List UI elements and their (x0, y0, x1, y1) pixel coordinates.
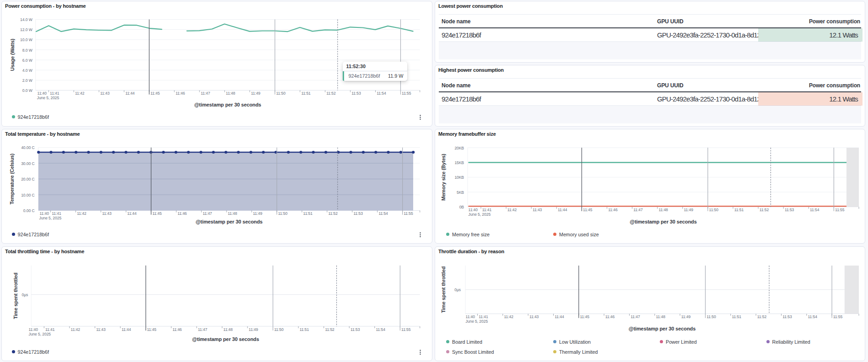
svg-text:11:42: 11:42 (71, 327, 81, 332)
svg-text:@timestamp per 30 seconds: @timestamp per 30 seconds (192, 336, 259, 342)
svg-text:11:44: 11:44 (555, 314, 564, 319)
svg-text:11:47: 11:47 (631, 314, 640, 319)
svg-text:11:44: 11:44 (125, 91, 135, 96)
svg-text:11:43: 11:43 (529, 314, 539, 319)
svg-text:11:43: 11:43 (96, 327, 106, 332)
svg-text:11:51: 11:51 (303, 211, 313, 216)
svg-text:11:46: 11:46 (178, 211, 187, 216)
svg-text:11:48: 11:48 (228, 211, 237, 216)
svg-text:@timestamp per 30 seconds: @timestamp per 30 seconds (194, 102, 261, 107)
svg-text:11:47: 11:47 (633, 208, 643, 212)
svg-text:11:40: 11:40 (40, 211, 49, 216)
svg-text:11:51: 11:51 (300, 327, 309, 332)
svg-text:11:49: 11:49 (249, 327, 259, 332)
svg-text:11:46: 11:46 (176, 91, 185, 96)
svg-text:11:49: 11:49 (684, 208, 694, 212)
svg-text:11:52: 11:52 (326, 91, 336, 96)
svg-text:11:49: 11:49 (253, 211, 263, 216)
svg-text:11:52: 11:52 (757, 314, 767, 319)
svg-text:11:42: 11:42 (77, 211, 86, 216)
svg-text:11:42: 11:42 (75, 91, 85, 96)
svg-text:11:45: 11:45 (580, 314, 590, 319)
svg-text:11:54: 11:54 (377, 91, 386, 96)
svg-text:11:54: 11:54 (376, 327, 386, 332)
svg-text:11:52: 11:52 (325, 327, 334, 332)
svg-text:11:41: 11:41 (45, 327, 55, 332)
svg-text:Time spent throttled: Time spent throttled (13, 273, 19, 319)
svg-text:June 5, 2025: June 5, 2025 (29, 332, 51, 336)
svg-text:11:47: 11:47 (201, 91, 210, 96)
svg-text:@timestamp per 30 seconds: @timestamp per 30 seconds (630, 219, 696, 224)
svg-text:11:54: 11:54 (378, 211, 388, 216)
svg-text:11:43: 11:43 (533, 208, 542, 212)
svg-text:11:40: 11:40 (29, 327, 38, 332)
svg-text:11:41: 11:41 (479, 314, 488, 319)
svg-text:11:52: 11:52 (760, 208, 769, 212)
svg-text:11:46: 11:46 (173, 327, 182, 332)
svg-text:11:53: 11:53 (350, 327, 360, 332)
svg-text:30.00 C: 30.00 C (21, 161, 34, 166)
svg-text:11:45: 11:45 (151, 91, 160, 96)
svg-text:6.0 W: 6.0 W (22, 58, 33, 63)
svg-text:11:50: 11:50 (274, 327, 284, 332)
svg-text:11:49: 11:49 (681, 314, 691, 319)
svg-text:11:54: 11:54 (810, 208, 819, 212)
svg-text:11:45: 11:45 (147, 327, 156, 332)
svg-text:10.0 W: 10.0 W (20, 37, 33, 42)
svg-text:11:50: 11:50 (709, 208, 719, 212)
svg-text:11:51: 11:51 (732, 314, 742, 319)
svg-text:June 5, 2025: June 5, 2025 (466, 319, 488, 324)
svg-text:11:50: 11:50 (278, 211, 288, 216)
svg-text:0B: 0B (459, 205, 464, 209)
svg-text:12.0 W: 12.0 W (20, 27, 33, 32)
svg-text:11:53: 11:53 (354, 211, 363, 216)
svg-text:0.0 W: 0.0 W (22, 88, 33, 93)
svg-text:11:53: 11:53 (782, 314, 792, 319)
svg-text:11:51: 11:51 (734, 208, 744, 212)
svg-text:20.00 C: 20.00 C (21, 177, 34, 181)
svg-text:11:45: 11:45 (583, 208, 593, 212)
svg-text:11:51: 11:51 (301, 91, 311, 96)
svg-text:Usage (Watts): Usage (Watts) (10, 38, 15, 71)
svg-text:11:40: 11:40 (466, 314, 475, 319)
svg-text:Temperature (Celsius): Temperature (Celsius) (10, 154, 15, 205)
svg-text:8.0 W: 8.0 W (22, 48, 33, 53)
svg-text:11:55: 11:55 (404, 211, 413, 216)
svg-text:Memory size (Bytes): Memory size (Bytes) (441, 154, 446, 201)
svg-text:11:55: 11:55 (835, 208, 845, 212)
svg-text:11:48: 11:48 (226, 91, 236, 96)
svg-text:11:50: 11:50 (706, 314, 716, 319)
svg-text:0.00 C: 0.00 C (23, 208, 35, 213)
svg-text:11:53: 11:53 (351, 91, 361, 96)
svg-text:11:42: 11:42 (507, 208, 517, 212)
svg-text:11:55: 11:55 (833, 314, 843, 319)
svg-text:@timestamp per 30 seconds: @timestamp per 30 seconds (195, 219, 262, 224)
svg-text:0µs: 0µs (454, 287, 461, 292)
svg-text:June 5, 2025: June 5, 2025 (37, 96, 59, 100)
svg-text:11:54: 11:54 (808, 314, 818, 319)
svg-text:11:41: 11:41 (50, 91, 59, 96)
svg-text:11:46: 11:46 (605, 314, 615, 319)
svg-text:11:44: 11:44 (127, 211, 137, 216)
svg-text:11:46: 11:46 (608, 208, 618, 212)
svg-text:11:44: 11:44 (122, 327, 131, 332)
svg-text:11:47: 11:47 (203, 211, 212, 216)
svg-text:10.00 C: 10.00 C (21, 193, 34, 197)
svg-text:40.00 C: 40.00 C (21, 145, 34, 150)
svg-text:20KB: 20KB (454, 146, 464, 150)
svg-text:11:41: 11:41 (52, 211, 61, 216)
svg-text:11:47: 11:47 (198, 327, 208, 332)
svg-text:11:40: 11:40 (469, 208, 478, 212)
svg-text:11:48: 11:48 (223, 327, 233, 332)
svg-text:11:43: 11:43 (100, 91, 110, 96)
svg-text:11:40: 11:40 (38, 91, 47, 96)
svg-text:Time spent throttled: Time spent throttled (441, 266, 446, 313)
svg-text:@timestamp per 30 seconds: @timestamp per 30 seconds (629, 326, 695, 331)
svg-text:June 5, 2025: June 5, 2025 (39, 216, 62, 220)
svg-text:11:48: 11:48 (656, 314, 666, 319)
svg-text:11:43: 11:43 (102, 211, 112, 216)
svg-text:11:55: 11:55 (401, 327, 411, 332)
svg-text:5KB: 5KB (457, 190, 464, 195)
svg-text:11:52: 11:52 (329, 211, 338, 216)
svg-text:11:55: 11:55 (402, 91, 411, 96)
